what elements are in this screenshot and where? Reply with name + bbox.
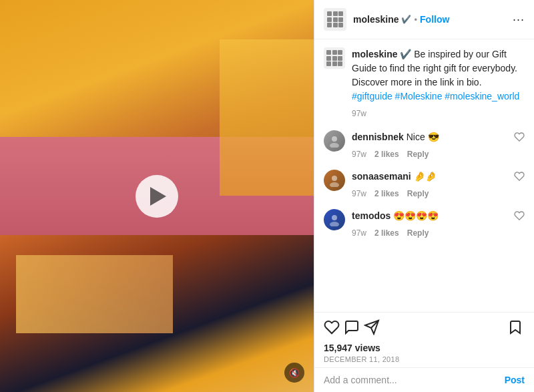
comment-like-button[interactable] <box>514 132 525 144</box>
svg-point-1 <box>330 143 339 148</box>
play-button[interactable] <box>136 175 178 218</box>
comment-row: sonaasemani 🤌🤌 97w 2 likes Reply <box>324 170 525 200</box>
add-comment-area: Post <box>314 367 534 392</box>
hashtags[interactable]: #giftguide #Moleskine #moleskine_world <box>352 91 519 102</box>
main-caption-content: moleskine ✔️ Be inspired by our Gift Gui… <box>352 47 525 120</box>
moleskine-grid-icon <box>327 11 343 27</box>
video-layer-4 <box>220 39 314 196</box>
post-author-username[interactable]: moleskine <box>352 49 397 59</box>
heart-icon <box>514 171 525 182</box>
play-icon <box>150 187 166 206</box>
mute-icon: 🔇 <box>289 369 300 377</box>
comment-body-temodos: temodos 😍😍😍😍 97w 2 likes Reply <box>352 209 509 239</box>
comment-avatar-dennis[interactable] <box>324 130 345 152</box>
comments-area[interactable]: moleskine ✔️ Be inspired by our Gift Gui… <box>314 39 534 312</box>
avatar-person-icon <box>328 134 341 148</box>
svg-point-0 <box>332 136 337 142</box>
share-button[interactable] <box>364 318 384 339</box>
more-button[interactable]: ··· <box>506 13 525 27</box>
comment-like-button[interactable] <box>514 171 525 184</box>
header-username[interactable]: moleskine <box>353 14 398 25</box>
comment-input[interactable] <box>324 375 505 385</box>
comment-time: 97w <box>352 148 366 160</box>
comment-likes[interactable]: 2 likes <box>374 227 399 239</box>
follow-button[interactable]: Follow <box>420 14 449 25</box>
comment-avatar-sona[interactable] <box>324 170 345 191</box>
action-bar: 15,947 views December 11, 2018 <box>314 312 534 367</box>
main-caption-time: 97w <box>352 108 366 120</box>
like-button[interactable] <box>324 318 344 339</box>
header-username-row: moleskine ✔️ • Follow <box>353 14 506 25</box>
comment-avatar-temodos[interactable] <box>324 209 345 230</box>
comment-button[interactable] <box>344 318 364 339</box>
commenter-username[interactable]: sonaasemani <box>352 171 411 182</box>
comment-time: 97w <box>352 188 366 200</box>
video-layer-5 <box>16 255 173 333</box>
dot-separator: • <box>414 15 417 25</box>
comment-text: 🤌🤌 <box>414 171 437 182</box>
comment-text: 😍😍😍😍 <box>393 210 439 221</box>
like-icon <box>324 319 340 335</box>
comment-row: dennisbnek Nice 😎 97w 2 likes Reply <box>324 130 525 160</box>
more-icon: ··· <box>513 13 525 26</box>
avatar-person-icon <box>328 174 341 187</box>
comment-meta: 97w 2 likes Reply <box>352 188 509 200</box>
comment-text: Nice 😎 <box>407 132 439 142</box>
views-count: 15,947 views <box>324 343 525 353</box>
comment-row: temodos 😍😍😍😍 97w 2 likes Reply <box>324 209 525 239</box>
avatar-person-icon <box>328 213 341 226</box>
svg-point-2 <box>332 176 337 181</box>
post-author-avatar[interactable] <box>324 47 345 69</box>
svg-point-5 <box>330 222 339 226</box>
verified-icon: ✔️ <box>401 15 411 24</box>
verified-small-icon: ✔️ <box>400 49 411 59</box>
post-date: December 11, 2018 <box>324 355 525 363</box>
comment-body-sona: sonaasemani 🤌🤌 97w 2 likes Reply <box>352 170 509 200</box>
bookmark-button[interactable] <box>506 318 525 339</box>
post-header: moleskine ✔️ • Follow ··· <box>314 0 534 39</box>
share-icon <box>364 319 380 335</box>
comment-likes[interactable]: 2 likes <box>374 188 399 200</box>
bookmark-icon <box>507 319 523 335</box>
comment-meta: 97w 2 likes Reply <box>352 148 509 160</box>
svg-point-3 <box>330 182 339 187</box>
video-panel: 🔇 <box>0 0 314 392</box>
main-caption: moleskine ✔️ Be inspired by our Gift Gui… <box>324 47 525 120</box>
main-caption-meta: 97w <box>352 108 525 120</box>
reply-button[interactable]: Reply <box>407 148 429 160</box>
header-avatar[interactable] <box>324 8 346 31</box>
comment-body-dennis: dennisbnek Nice 😎 97w 2 likes Reply <box>352 130 509 160</box>
reply-button[interactable]: Reply <box>407 227 429 239</box>
comment-icon <box>344 319 360 335</box>
info-panel: moleskine ✔️ • Follow ··· moleskine ✔️ B… <box>314 0 534 392</box>
mute-button[interactable]: 🔇 <box>284 363 304 383</box>
commenter-username[interactable]: temodos <box>352 210 390 221</box>
reply-button[interactable]: Reply <box>407 188 429 200</box>
heart-icon <box>514 210 525 221</box>
comment-meta: 97w 2 likes Reply <box>352 227 509 239</box>
comment-likes[interactable]: 2 likes <box>374 148 399 160</box>
heart-icon <box>514 132 525 142</box>
action-icons-row <box>324 318 525 339</box>
post-author-grid-icon <box>326 50 342 66</box>
comment-like-button[interactable] <box>514 210 525 223</box>
svg-point-4 <box>332 215 337 220</box>
commenter-username[interactable]: dennisbnek <box>352 132 404 142</box>
post-comment-button[interactable]: Post <box>505 375 525 385</box>
comment-time: 97w <box>352 227 366 239</box>
